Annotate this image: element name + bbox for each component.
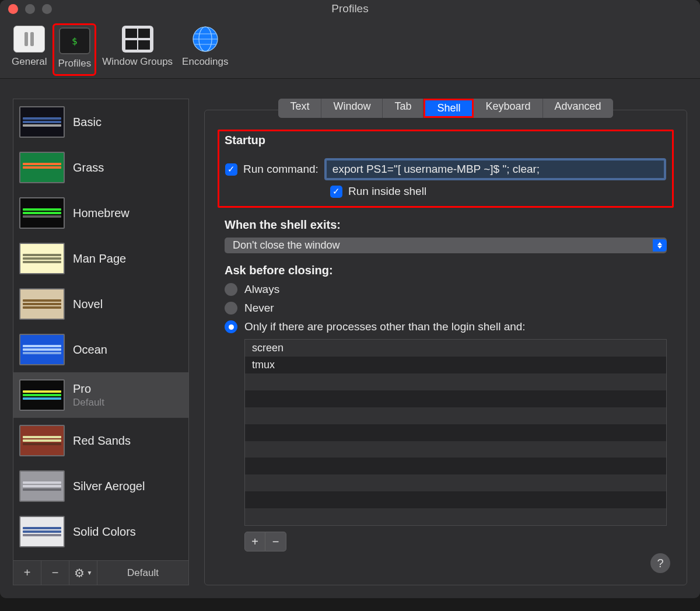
profile-name-label: Pro — [73, 382, 104, 396]
process-row[interactable]: screen — [245, 340, 666, 357]
tab-window[interactable]: Window — [321, 99, 383, 118]
run-command-row: ✓ Run command: — [225, 158, 666, 180]
content-area: BasicGrassHomebrewMan PageNovelOceanProD… — [0, 79, 700, 598]
process-row — [245, 373, 666, 390]
profile-name-label: Grass — [73, 161, 104, 174]
tab-keyboard[interactable]: Keyboard — [474, 99, 542, 118]
chevron-down-icon: ▼ — [87, 570, 93, 576]
profile-name-label: Ocean — [73, 343, 107, 357]
profile-detail-panel: Text Window Tab Shell Keyboard Advanced … — [204, 99, 687, 585]
run-command-checkbox[interactable]: ✓ — [225, 163, 237, 176]
profile-row[interactable]: Solid Colors — [13, 509, 188, 554]
remove-process-button[interactable]: − — [265, 532, 286, 551]
profile-name-label: Homebrew — [73, 207, 130, 220]
gear-icon: ⚙︎ — [74, 566, 85, 580]
startup-section: ✓ Run command: ✓ Run inside shell — [218, 130, 674, 208]
process-exception-table[interactable]: screentmux — [244, 339, 667, 526]
radio-label: Only if there are processes other than t… — [244, 320, 526, 333]
process-row — [245, 474, 666, 491]
radio-option[interactable]: Only if there are processes other than t… — [225, 320, 667, 333]
set-default-button[interactable]: Default — [97, 561, 188, 585]
window-groups-icon — [122, 26, 153, 53]
profile-row[interactable]: Man Page — [13, 236, 188, 281]
profile-default-badge: Default — [73, 397, 104, 409]
shell-exit-dropdown[interactable]: Don't close the window — [225, 238, 667, 253]
profile-thumbnail — [19, 334, 65, 365]
run-inside-shell-label: Run inside shell — [348, 185, 426, 198]
profile-row[interactable]: Red Sands — [13, 418, 188, 463]
process-row — [245, 441, 666, 458]
radio-button[interactable] — [225, 283, 237, 296]
shell-settings-panel: Startup ✓ Run command: ✓ Run inside shel… — [204, 110, 687, 585]
process-row — [245, 390, 666, 407]
run-inside-shell-checkbox[interactable]: ✓ — [330, 186, 342, 198]
profile-row[interactable]: Silver Aerogel — [13, 463, 188, 509]
profile-row[interactable]: Basic — [13, 99, 188, 145]
profile-name-label: Silver Aerogel — [73, 480, 145, 493]
tab-advanced[interactable]: Advanced — [543, 99, 613, 118]
profile-row[interactable]: ProDefault — [13, 372, 188, 418]
shell-exit-value: Don't close the window — [233, 239, 340, 252]
profile-row[interactable]: Ocean — [13, 327, 188, 372]
radio-option[interactable]: Never — [225, 302, 667, 315]
profile-row[interactable]: Homebrew — [13, 190, 188, 236]
add-profile-button[interactable]: + — [13, 561, 41, 585]
process-row — [245, 491, 666, 508]
radio-button[interactable] — [225, 302, 237, 315]
radio-label: Always — [244, 283, 279, 296]
process-row — [245, 508, 666, 525]
profile-actions-menu[interactable]: ⚙︎ ▼ — [69, 561, 97, 585]
profile-name-label: Basic — [73, 116, 102, 129]
radio-label: Never — [244, 302, 274, 315]
profile-thumbnail — [19, 379, 65, 411]
profile-name-label: Solid Colors — [73, 525, 136, 539]
run-command-input[interactable] — [324, 158, 666, 180]
process-row — [245, 407, 666, 424]
profile-name-label: Red Sands — [73, 434, 131, 448]
shell-exit-heading: When the shell exits: — [225, 218, 667, 232]
tab-text[interactable]: Text — [278, 99, 321, 118]
radio-button[interactable] — [225, 320, 237, 333]
process-row — [245, 458, 666, 474]
profile-thumbnail — [19, 470, 65, 502]
profile-name-label: Man Page — [73, 252, 126, 266]
profile-sidebar: BasicGrassHomebrewMan PageNovelOceanProD… — [13, 99, 189, 585]
remove-profile-button[interactable]: − — [41, 561, 69, 585]
titlebar: Profiles — [0, 0, 700, 18]
profile-thumbnail — [19, 106, 65, 138]
toolbar-window-groups[interactable]: Window Groups — [99, 23, 176, 76]
process-row[interactable]: tmux — [245, 357, 666, 373]
toolbar-profiles[interactable]: Profiles — [52, 23, 96, 76]
window-title: Profiles — [0, 2, 700, 15]
profile-thumbnail — [19, 425, 65, 456]
dropdown-stepper-icon — [653, 239, 667, 252]
segmented-control: Text Window Tab Shell Keyboard Advanced — [278, 99, 612, 118]
help-button[interactable]: ? — [650, 553, 670, 573]
profile-thumbnail — [19, 288, 65, 320]
toolbar-general[interactable]: General — [8, 23, 50, 76]
profiles-icon — [59, 27, 90, 54]
profile-row[interactable]: Grass — [13, 145, 188, 190]
run-command-label: Run command: — [243, 163, 318, 176]
ask-before-closing-heading: Ask before closing: — [225, 264, 667, 277]
profile-row[interactable]: Novel — [13, 281, 188, 327]
profile-thumbnail — [19, 197, 65, 229]
profile-thumbnail — [19, 516, 65, 547]
add-process-button[interactable]: + — [244, 532, 265, 551]
preferences-toolbar: General Profiles Window Groups — [0, 18, 700, 79]
profile-thumbnail — [19, 152, 65, 183]
profile-list[interactable]: BasicGrassHomebrewMan PageNovelOceanProD… — [13, 99, 189, 561]
tab-shell[interactable]: Shell — [425, 100, 472, 116]
profile-tabs: Text Window Tab Shell Keyboard Advanced — [204, 99, 687, 118]
run-inside-shell-row: ✓ Run inside shell — [330, 185, 666, 198]
process-row — [245, 424, 666, 441]
preferences-window: Profiles General Profiles Window Groups — [0, 0, 700, 598]
toolbar-encodings[interactable]: Encodings — [178, 23, 232, 76]
ask-before-closing-radio-group: AlwaysNeverOnly if there are processes o… — [225, 283, 667, 339]
radio-option[interactable]: Always — [225, 283, 667, 296]
tab-tab[interactable]: Tab — [383, 99, 424, 118]
globe-icon — [190, 26, 221, 53]
profile-thumbnail — [19, 243, 65, 274]
profile-name-label: Novel — [73, 298, 103, 311]
profile-list-footer: + − ⚙︎ ▼ Default — [13, 561, 189, 585]
